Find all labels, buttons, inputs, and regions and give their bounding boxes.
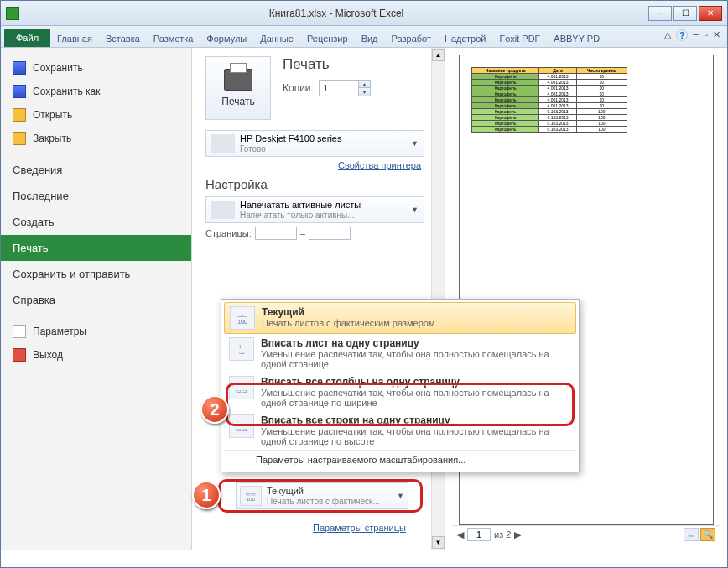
scale-actual-icon: ▭▭100 <box>230 306 255 330</box>
tab-view[interactable]: Вид <box>355 30 385 47</box>
prev-page-icon[interactable]: ◀ <box>457 529 464 540</box>
scaling-dropdown: ▭▭100 ТекущийПечать листов с фактическим… <box>221 299 580 472</box>
annotation-badge-2: 2 <box>200 395 229 424</box>
doc-min-icon[interactable]: ─ <box>693 29 699 41</box>
zoom-toggle[interactable]: 🔍 <box>700 528 715 541</box>
annotation-badge-1: 1 <box>192 481 221 509</box>
tab-insert[interactable]: Вставка <box>99 30 147 47</box>
sidebar-close[interactable]: Закрыть <box>1 127 191 150</box>
sidebar-exit[interactable]: Выход <box>1 343 191 367</box>
page-setup-link[interactable]: Параметры страницы <box>313 523 406 533</box>
help-icon[interactable]: ? <box>676 29 688 41</box>
tab-foxit[interactable]: Foxit PDF <box>492 30 547 47</box>
page-number-input[interactable] <box>467 528 491 541</box>
scale-fit-rows-icon: ↕▭▭ <box>229 414 254 438</box>
scroll-up-icon[interactable]: ▲ <box>432 49 445 61</box>
sidebar-print[interactable]: Печать <box>1 235 191 261</box>
sidebar-save[interactable]: Сохранить <box>1 56 191 80</box>
pages-range-row: Страницы: – <box>205 227 424 240</box>
margins-toggle[interactable]: ▭ <box>684 528 699 541</box>
chevron-down-icon: ▼ <box>411 206 419 214</box>
sidebar-open[interactable]: Открыть <box>1 103 191 127</box>
spin-up[interactable]: ▲ <box>358 81 370 88</box>
doc-close-icon[interactable]: ✕ <box>713 29 720 41</box>
tab-abbyy[interactable]: ABBYY PD <box>547 30 606 47</box>
scale-option-actual[interactable]: ▭▭100 ТекущийПечать листов с фактическим… <box>224 302 576 334</box>
backstage-sidebar: Сохранить Сохранить как Открыть Закрыть … <box>1 48 192 550</box>
minimize-button[interactable]: ─ <box>648 6 672 21</box>
spin-down[interactable]: ▼ <box>358 88 370 96</box>
sidebar-share[interactable]: Сохранить и отправить <box>1 261 191 287</box>
settings-heading: Настройка <box>205 177 424 191</box>
printer-icon <box>224 69 252 91</box>
ribbon-min-icon[interactable]: △ <box>664 29 671 41</box>
page-navigator: ◀ из 2 ▶ <box>457 528 521 541</box>
sidebar-saveas[interactable]: Сохранить как <box>1 80 191 103</box>
scaling-selector[interactable]: ▭▭100 ТекущийПечать листов с фактическ..… <box>236 482 408 509</box>
sidebar-help[interactable]: Справка <box>1 287 191 313</box>
tab-home[interactable]: Главная <box>50 30 99 47</box>
tab-review[interactable]: Рецензир <box>300 30 355 47</box>
printer-device-icon <box>211 134 235 153</box>
sidebar-options[interactable]: Параметры <box>1 320 191 343</box>
saveas-icon <box>13 85 26 98</box>
scale-option-fit-columns[interactable]: ↔▭▭ Вписать все столбцы на одну страницу… <box>224 373 576 411</box>
tab-data[interactable]: Данные <box>253 30 300 47</box>
chevron-down-icon: ▼ <box>397 492 404 500</box>
scale-option-fit-rows[interactable]: ↕▭▭ Вписать все строки на одну страницуУ… <box>224 411 576 450</box>
scale-option-fit-sheet[interactable]: ↕▭ Вписать лист на одну страницуУменьшен… <box>224 334 576 373</box>
tab-addins[interactable]: Надстрой <box>438 30 492 47</box>
sidebar-recent[interactable]: Последние <box>1 183 191 209</box>
print-heading: Печать <box>283 56 371 73</box>
tab-formulas[interactable]: Формулы <box>200 30 253 47</box>
options-icon <box>13 325 26 338</box>
print-button[interactable]: Печать <box>205 56 271 120</box>
tab-layout[interactable]: Разметка <box>147 30 200 47</box>
scale-fit-sheet-icon: ↕▭ <box>229 337 254 361</box>
window-title: Книга81.xlsx - Microsoft Excel <box>24 8 648 19</box>
copies-input[interactable] <box>320 81 358 95</box>
app-icon <box>6 7 19 20</box>
tab-developer[interactable]: Разработ <box>385 30 438 47</box>
maximize-button[interactable]: ☐ <box>673 6 697 21</box>
printer-selector[interactable]: HP Deskjet F4100 seriesГотово ▼ <box>205 130 424 157</box>
print-what-selector[interactable]: Напечатать активные листыНапечатать толь… <box>205 196 424 223</box>
printer-properties-link[interactable]: Свойства принтера <box>209 160 421 170</box>
exit-icon <box>13 348 26 362</box>
scale-custom-link[interactable]: Параметры настраиваемого масштабирования… <box>224 450 576 469</box>
scale-actual-icon: ▭▭100 <box>240 486 262 506</box>
doc-restore-icon[interactable]: ▫ <box>705 29 708 41</box>
close-file-icon <box>13 132 26 145</box>
save-icon <box>13 61 26 75</box>
copies-spinner[interactable]: ▲▼ <box>319 80 371 96</box>
sidebar-info[interactable]: Сведения <box>1 157 191 183</box>
pages-from-input[interactable] <box>255 227 297 240</box>
scroll-down-icon[interactable]: ▼ <box>432 536 445 549</box>
close-button[interactable]: ✕ <box>699 6 722 21</box>
copies-label: Копии: <box>283 82 314 94</box>
open-icon <box>13 108 26 122</box>
chevron-down-icon: ▼ <box>411 139 419 148</box>
preview-table: Название продуктаДатаЧисло единиц Картоф… <box>471 67 627 133</box>
pages-to-input[interactable] <box>309 227 351 240</box>
tab-file[interactable]: Файл <box>4 29 50 47</box>
sidebar-new[interactable]: Создать <box>1 209 191 235</box>
title-bar: Книга81.xlsx - Microsoft Excel ─ ☐ ✕ <box>1 1 727 26</box>
scale-fit-columns-icon: ↔▭▭ <box>229 376 254 399</box>
ribbon-tabs: Файл Главная Вставка Разметка Формулы Да… <box>1 26 727 48</box>
page-of-label: из 2 <box>494 529 511 539</box>
print-sheets-icon <box>211 201 235 219</box>
next-page-icon[interactable]: ▶ <box>514 529 521 540</box>
